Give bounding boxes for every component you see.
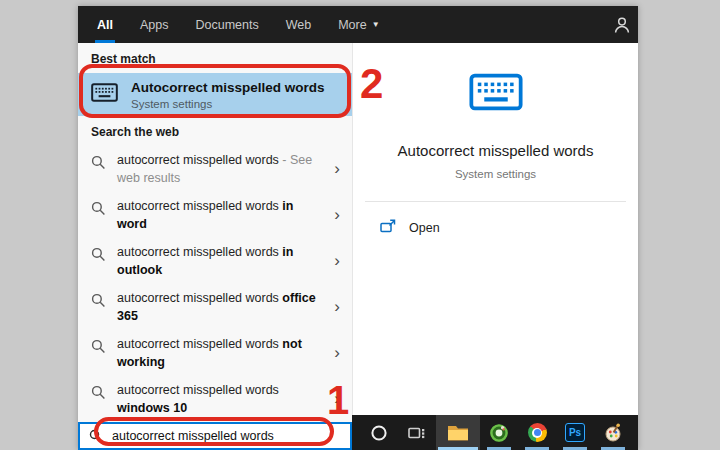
web-suggestion-text: autocorrect misspelled words in word — [117, 197, 317, 233]
tab-bar: All ▼ Apps ▼ Documents ▼ Web ▼ More ▼ — [78, 6, 380, 43]
results-panel: Best match Autocorrect — [78, 43, 352, 450]
search-icon — [91, 155, 106, 170]
chevron-right-icon[interactable]: › — [334, 392, 344, 406]
chrome-icon[interactable] — [518, 415, 556, 450]
web-suggestions-list: autocorrect misspelled words - See web r… — [78, 146, 352, 422]
search-filter-bar: All ▼ Apps ▼ Documents ▼ Web ▼ More ▼ — [78, 6, 638, 43]
photoshop-icon[interactable]: Ps — [556, 415, 594, 450]
chevron-right-icon[interactable]: › — [334, 346, 344, 360]
search-icon — [91, 201, 106, 216]
windows-search-flyout: All ▼ Apps ▼ Documents ▼ Web ▼ More ▼ Be… — [78, 6, 638, 450]
file-explorer-icon[interactable] — [436, 415, 480, 450]
tab-label: Web — [286, 18, 311, 32]
chevron-right-icon[interactable]: › — [334, 162, 344, 176]
tab-all[interactable]: All ▼ — [97, 6, 113, 43]
preview-subtitle: System settings — [455, 168, 536, 180]
task-view-icon[interactable] — [398, 415, 436, 450]
search-icon — [91, 385, 106, 400]
chevron-right-icon[interactable]: › — [334, 208, 344, 222]
tab-apps[interactable]: Apps ▼ — [140, 6, 169, 43]
web-suggestion-item[interactable]: autocorrect misspelled words in outlook … — [78, 238, 352, 284]
open-action-label: Open — [409, 221, 440, 235]
taskbar: Ps — [352, 415, 638, 450]
tab-label: More — [338, 18, 366, 32]
web-suggestion-text: autocorrect misspelled words windows 10 — [117, 381, 317, 417]
paint-icon[interactable] — [594, 415, 632, 450]
chevron-down-icon: ▼ — [372, 20, 380, 29]
tab-documents[interactable]: Documents ▼ — [195, 6, 258, 43]
screenshot-canvas: All ▼ Apps ▼ Documents ▼ Web ▼ More ▼ Be… — [0, 0, 720, 450]
best-match-result[interactable]: Autocorrect misspelled words System sett… — [78, 73, 352, 116]
open-action[interactable]: Open — [353, 202, 638, 237]
tab-label: Documents — [195, 18, 258, 32]
chevron-right-icon[interactable]: › — [334, 254, 344, 268]
web-suggestion-item[interactable]: autocorrect misspelled words windows 10 … — [78, 376, 352, 422]
tab-web[interactable]: Web ▼ — [286, 6, 311, 43]
web-suggestion-text: autocorrect misspelled words - See web r… — [117, 151, 317, 187]
cortana-icon[interactable] — [360, 415, 398, 450]
keyboard-icon — [469, 73, 523, 115]
tab-label: All — [97, 18, 113, 32]
tab-label: Apps — [140, 18, 169, 32]
account-person-icon[interactable] — [612, 15, 632, 35]
web-suggestion-item[interactable]: autocorrect misspelled words not working… — [78, 330, 352, 376]
web-suggestion-item[interactable]: autocorrect misspelled words office 365 … — [78, 284, 352, 330]
search-web-section-label: Search the web — [78, 116, 352, 146]
search-icon — [91, 293, 106, 308]
web-suggestion-text: autocorrect misspelled words in outlook — [117, 243, 317, 279]
best-match-title: Autocorrect misspelled words — [131, 79, 325, 96]
tab-more[interactable]: More ▼ — [338, 6, 379, 43]
chevron-right-icon[interactable]: › — [334, 300, 344, 314]
best-match-subtitle: System settings — [131, 98, 325, 110]
best-match-section-label: Best match — [78, 43, 352, 73]
web-suggestion-item[interactable]: autocorrect misspelled words - See web r… — [78, 146, 352, 192]
keyboard-icon — [91, 83, 118, 106]
open-icon — [380, 219, 396, 237]
search-content: Best match Autocorrect — [78, 43, 638, 450]
search-input[interactable]: autocorrect misspelled words — [78, 422, 352, 450]
right-column: Autocorrect misspelled words System sett… — [352, 43, 638, 450]
search-input-value: autocorrect misspelled words — [112, 429, 274, 443]
web-suggestion-item[interactable]: autocorrect misspelled words in word › — [78, 192, 352, 238]
web-suggestion-text: autocorrect misspelled words not working — [117, 335, 317, 371]
search-icon — [91, 247, 106, 262]
preview-panel: Autocorrect misspelled words System sett… — [352, 43, 638, 415]
green-browser-icon[interactable] — [480, 415, 518, 450]
search-icon — [89, 429, 103, 443]
web-suggestion-text: autocorrect misspelled words office 365 — [117, 289, 317, 325]
preview-title: Autocorrect misspelled words — [398, 142, 594, 159]
search-icon — [91, 339, 106, 354]
